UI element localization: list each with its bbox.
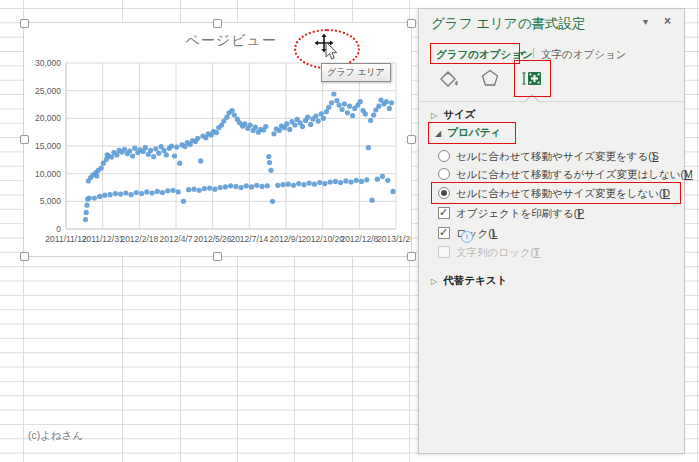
tab-chart-options[interactable]: グラフのオプション [436,48,533,62]
move-cursor-icon [312,33,342,63]
svg-text:20,000: 20,000 [35,113,61,123]
svg-text:25,000: 25,000 [35,86,61,96]
svg-text:30,000: 30,000 [35,58,61,68]
selection-handle-bottom-left[interactable] [20,252,29,261]
radio-icon [438,168,450,180]
svg-text:2012/10/20: 2012/10/20 [301,234,344,244]
pane-title: グラフ エリアの書式設定 [431,15,585,33]
collapsed-triangle-icon: ▷ [431,277,437,286]
tab-separator: | [532,46,535,58]
selection-handle-bottom-center[interactable] [213,252,222,261]
radio-icon [438,150,450,162]
svg-text:2012/7/14: 2012/7/14 [230,234,268,244]
svg-text:2012/4/7: 2012/4/7 [159,234,192,244]
checkbox-icon [438,227,450,239]
radio-icon [438,187,450,199]
grid-column-line [697,0,698,462]
selected-tab-notch [525,94,539,108]
radio-move-and-size-with-cells[interactable]: セルに合わせて移動やサイズ変更をする(S) [438,150,456,162]
radio-dont-move-or-size-with-cells[interactable]: セルに合わせて移動やサイズ変更をしない(D) [438,187,456,199]
selection-handle-right-center[interactable] [407,135,416,144]
chevron-down-icon[interactable]: ▾ [520,49,524,58]
section-properties[interactable]: ◢プロパティ [435,126,447,138]
pane-close-button[interactable]: × [664,14,671,28]
svg-text:0: 0 [56,224,61,234]
selection-handle-top-center[interactable] [213,19,222,28]
selection-handle-top-right[interactable] [407,19,416,28]
selection-handle-left-center[interactable] [20,135,29,144]
svg-text:2011/12/31: 2011/12/31 [82,234,124,244]
svg-text:10,000: 10,000 [35,169,61,179]
svg-text:2011/11/12: 2011/11/12 [45,234,87,244]
selection-handle-top-left[interactable] [20,19,29,28]
svg-text:15,000: 15,000 [35,141,61,151]
checkbox-locked[interactable]: ロック(L) [438,227,473,243]
section-alt-text[interactable]: ▷代替テキスト [431,274,443,286]
fill-bucket-icon[interactable] [436,66,460,90]
size-properties-icon[interactable] [520,66,544,90]
section-size[interactable]: ▷サイズ [431,108,443,120]
info-icon[interactable] [461,231,473,243]
svg-text:2012/9/1: 2012/9/1 [269,234,302,244]
pane-collapse-button[interactable]: ▾ [643,16,648,27]
sheet-credit-text: (c)よねさん [28,429,83,443]
radio-move-but-dont-size-with-cells[interactable]: セルに合わせて移動するがサイズ変更はしない(M) [438,168,456,180]
chart-area-tooltip: グラフ エリア [321,63,391,82]
collapsed-triangle-icon: ▷ [431,111,437,120]
effects-pentagon-icon[interactable] [478,66,502,90]
svg-text:2012/12/8: 2012/12/8 [340,234,378,244]
checkbox-icon [438,246,450,258]
selection-handle-bottom-right[interactable] [407,252,416,261]
checkbox-print-object[interactable]: オブジェクトを印刷する(P) [438,207,456,219]
expanded-triangle-icon: ◢ [435,129,441,138]
svg-text:2012/5/26: 2012/5/26 [194,234,232,244]
svg-text:5,000: 5,000 [40,196,62,206]
pane-separator [419,101,684,102]
svg-text:2012/2/18: 2012/2/18 [120,234,158,244]
checkbox-icon [438,207,450,219]
format-chart-area-pane: グラフ エリアの書式設定 ▾ × グラフのオプション ▾ | 文字のオプション … [418,8,685,454]
svg-text:2013/1/26: 2013/1/26 [377,234,411,244]
tab-text-options[interactable]: 文字のオプション [541,48,626,62]
checkbox-lock-text: 文字列のロック(T) [438,246,456,258]
